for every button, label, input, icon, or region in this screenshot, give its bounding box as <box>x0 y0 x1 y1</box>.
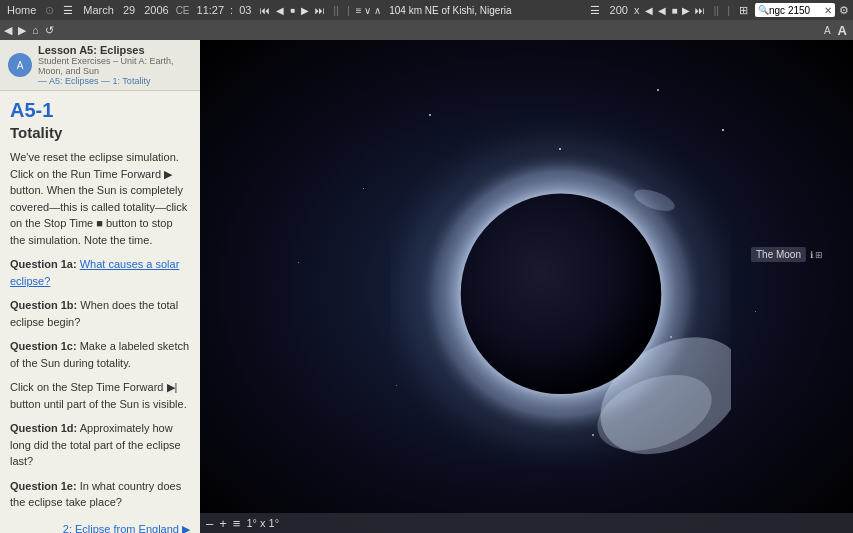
lesson-icon-text: A <box>17 60 24 71</box>
zoom-in-button[interactable]: + <box>219 517 227 530</box>
font-larger-button[interactable]: A <box>836 23 849 38</box>
star-4 <box>657 89 659 91</box>
zoom-fwd-button[interactable]: ▶ <box>680 5 692 16</box>
question-1c: Question 1c: Make a labeled sketch of th… <box>10 338 190 371</box>
play-forward-button[interactable]: ⏭ <box>313 5 327 16</box>
moon-label: The Moon ℹ ⊞ <box>751 247 823 262</box>
intro-text-content: We've reset the eclipse simulation. Clic… <box>10 151 187 246</box>
lesson-header: A Lesson A5: Eclipses Student Exercises … <box>0 40 200 91</box>
reload-icon: ↺ <box>45 24 54 37</box>
star-9 <box>755 311 756 312</box>
toolbar-menu-icon[interactable]: ☰ <box>587 4 603 17</box>
font-smaller-button[interactable]: A <box>822 25 833 36</box>
year-display[interactable]: 2006 <box>141 4 171 16</box>
ce-label: CE <box>176 5 190 16</box>
second-toolbar: ◀ ▶ ⌂ ↺ A A <box>0 20 853 40</box>
moon-label-icons: ℹ ⊞ <box>810 250 823 260</box>
eclipse-svg <box>391 103 731 483</box>
zoom-value[interactable]: 200 <box>607 4 631 16</box>
section-title: Totality <box>10 124 190 141</box>
time-sec-display[interactable]: 03 <box>236 4 254 16</box>
grid-icon[interactable]: ⊞ <box>736 4 751 17</box>
zoom-out-button[interactable]: – <box>206 517 213 530</box>
lesson-content: A5-1 Totality We've reset the eclipse si… <box>0 91 200 533</box>
q1b-label: Question 1b: <box>10 299 77 311</box>
location-display: 104 km NE of Kishi, Nigeria <box>389 5 511 16</box>
q1d-label: Question 1d: <box>10 422 77 434</box>
next-nav: 2: Eclipse from England ▶ <box>10 523 190 534</box>
zoom-back-button[interactable]: ◀ <box>656 5 668 16</box>
sep1: ⊙ <box>45 4 54 17</box>
eclipse-corona <box>391 123 731 463</box>
nav-forward-button[interactable]: ▶ <box>18 24 26 37</box>
play-back-button[interactable]: ⏮ <box>258 5 272 16</box>
playback-controls: ⏮ ◀ ■ ▶ ⏭ <box>258 5 327 16</box>
q1a-label: Question 1a: <box>10 258 77 270</box>
moon-label-text: The Moon <box>751 247 806 262</box>
question-1d: Question 1d: Approximately how long did … <box>10 420 190 470</box>
star-5 <box>298 262 299 263</box>
eclipse-container <box>391 123 731 463</box>
lesson-icon: A <box>8 53 32 77</box>
search-input[interactable] <box>769 5 824 16</box>
search-icon: 🔍 <box>758 5 769 15</box>
moon-disk <box>460 193 661 394</box>
font-size-controls: A A <box>822 23 849 38</box>
lesson-breadcrumb: — A5: Eclipses — 1: Totality <box>38 76 192 86</box>
sep4: || <box>713 4 719 16</box>
zoom-x: x <box>634 4 640 16</box>
home-button[interactable]: ⌂ <box>32 24 39 36</box>
direction-label: ≡ ∨ ∧ <box>356 5 381 16</box>
zoom-grid-button[interactable]: ≡ <box>233 517 241 530</box>
lesson-name: Lesson A5: Eclipses <box>38 44 192 56</box>
search-clear-icon[interactable]: ✕ <box>824 5 832 16</box>
main-layout: A Lesson A5: Eclipses Student Exercises … <box>0 40 853 533</box>
zoom-stop-button[interactable]: ■ <box>669 5 679 16</box>
day-display[interactable]: 29 <box>120 4 138 16</box>
section-id: A5-1 <box>10 99 190 122</box>
search-box[interactable]: 🔍 ✕ <box>755 3 835 17</box>
settings-icon[interactable]: ⚙ <box>839 4 849 17</box>
question-1e: Question 1e: In what country does the ec… <box>10 478 190 511</box>
menu-icon[interactable]: ☰ <box>60 4 76 17</box>
time-sep: : <box>230 4 233 16</box>
step-text: Click on the Step Time Forward ▶| button… <box>10 379 190 412</box>
nav-forward-icon: ▶ <box>18 24 26 37</box>
left-panel: A Lesson A5: Eclipses Student Exercises … <box>0 40 200 533</box>
q1c-label: Question 1c: <box>10 340 77 352</box>
star-3 <box>363 188 364 189</box>
zoom-prev-button[interactable]: ◀ <box>643 5 655 16</box>
zoom-end-button[interactable]: ⏭ <box>693 5 707 16</box>
step-forward-button[interactable]: ▶ <box>299 5 311 16</box>
sep2: || <box>333 4 339 16</box>
sky-view[interactable]: The Moon ℹ ⊞ – + ≡ 1° x 1° <box>200 40 853 533</box>
home-link[interactable]: Home <box>4 4 39 16</box>
step-back-button[interactable]: ◀ <box>274 5 286 16</box>
moon-info-icon[interactable]: ℹ <box>810 250 813 260</box>
question-1b: Question 1b: When does the total eclipse… <box>10 297 190 330</box>
time-section: 11:27 : 03 <box>194 4 255 16</box>
lesson-subtitle: Student Exercises – Unit A: Earth, Moon,… <box>38 56 192 76</box>
nav-back-button[interactable]: ◀ <box>4 24 12 37</box>
question-1a: Question 1a: What causes a solar eclipse… <box>10 256 190 289</box>
date-section: March 29 2006 <box>80 4 171 16</box>
month-display[interactable]: March <box>80 4 117 16</box>
reload-button[interactable]: ↺ <box>45 24 54 37</box>
sep5: | <box>727 4 730 16</box>
sep3: | <box>347 4 350 16</box>
zoom-controls: ◀ ◀ ■ ▶ ⏭ <box>643 5 707 16</box>
sky-zoom-text: 1° x 1° <box>246 517 279 529</box>
next-nav-link[interactable]: 2: Eclipse from England ▶ <box>63 523 190 534</box>
intro-text: We've reset the eclipse simulation. Clic… <box>10 149 190 248</box>
sky-bottom-toolbar: – + ≡ 1° x 1° <box>200 513 853 533</box>
home-icon: ⌂ <box>32 24 39 36</box>
q1e-label: Question 1e: <box>10 480 77 492</box>
top-toolbar: Home ⊙ ☰ March 29 2006 CE 11:27 : 03 ⏮ ◀… <box>0 0 853 20</box>
stop-button[interactable]: ■ <box>288 6 297 15</box>
zoom-section: 200 x <box>607 4 640 16</box>
lesson-title-block: Lesson A5: Eclipses Student Exercises – … <box>38 44 192 86</box>
time-display[interactable]: 11:27 <box>194 4 228 16</box>
moon-link-icon[interactable]: ⊞ <box>815 250 823 260</box>
nav-back-icon: ◀ <box>4 24 12 37</box>
